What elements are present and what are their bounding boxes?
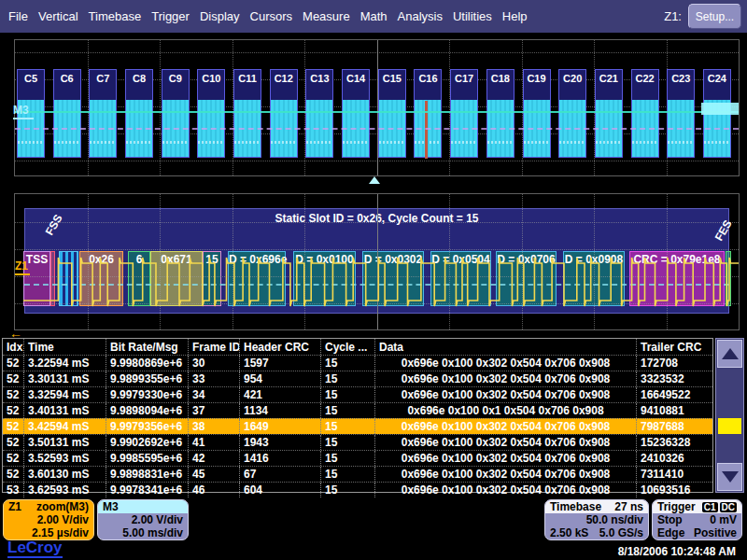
table-row[interactable]: 523.22594 mS9.9980869e+6301597150x696e 0… bbox=[3, 355, 712, 371]
table-header-frame-id: Frame ID bbox=[188, 339, 239, 355]
z1-waveform bbox=[15, 194, 739, 329]
table-row[interactable]: 523.60130 mS9.9898831e+64567150x696e 0x1… bbox=[3, 466, 712, 482]
trigger-source-badge: C1 bbox=[702, 502, 718, 512]
frame-burst-label: C19 bbox=[524, 70, 550, 84]
frame-burst-c14: C14 bbox=[342, 69, 370, 158]
table-cell: 42 bbox=[188, 451, 239, 466]
table-cell: 53 bbox=[3, 483, 23, 497]
table-cell: 3.30131 mS bbox=[23, 371, 106, 386]
table-cell: 421 bbox=[239, 387, 320, 402]
frame-burst-label: C22 bbox=[632, 70, 658, 84]
table-cell: 41 bbox=[188, 435, 239, 450]
trigger-slope: Positive bbox=[694, 526, 737, 539]
table-header-time: Time bbox=[23, 339, 106, 355]
table-row[interactable]: 523.50131 mS9.9902692e+6411943150x696e 0… bbox=[3, 434, 712, 450]
gridline-horizontal bbox=[15, 161, 739, 161]
table-cell: 1134 bbox=[239, 403, 320, 418]
table-cell: 1416 bbox=[239, 451, 320, 466]
table-cell: 3.22594 mS bbox=[23, 356, 106, 371]
frame-burst-label: C9 bbox=[162, 70, 189, 84]
z1-descriptor-box[interactable]: Z1zoom(M3) 2.00 V/div 2.15 µs/div bbox=[3, 499, 94, 540]
menu-item-measure[interactable]: Measure bbox=[303, 9, 350, 23]
frame-burst-c23: C23 bbox=[667, 69, 695, 158]
table-cell: 15 bbox=[320, 387, 374, 402]
menu-item-analysis[interactable]: Analysis bbox=[398, 9, 443, 23]
m3-descriptor-box[interactable]: M3 2.00 V/div 5.00 ms/div bbox=[97, 499, 189, 540]
table-cell: 1649 bbox=[239, 419, 320, 434]
frame-burst-label: C13 bbox=[306, 70, 332, 84]
z1-descriptor-name: Z1 bbox=[8, 500, 21, 513]
z1-tdiv: 2.15 µs/div bbox=[32, 526, 89, 539]
table-row[interactable]: 523.30131 mS9.9899355e+633954150x696e 0x… bbox=[3, 371, 712, 386]
table-cell: 0x696e 0x100 0x1 0x504 0x706 0x908 bbox=[374, 403, 636, 418]
trigger-position-marker[interactable] bbox=[369, 176, 380, 184]
table-cell: 45 bbox=[188, 467, 239, 482]
menubar-right: Z1: Setup... bbox=[664, 0, 741, 33]
datetime-display: 8/18/2006 10:24:48 AM bbox=[558, 545, 736, 558]
frame-burst-c8: C8 bbox=[125, 69, 153, 158]
frame-burst-label: C10 bbox=[198, 70, 224, 84]
menu-item-display[interactable]: Display bbox=[200, 9, 240, 23]
triangle-down-icon bbox=[722, 471, 739, 483]
table-cell: 30 bbox=[188, 356, 239, 371]
z1-descriptor-source: zoom(M3) bbox=[36, 500, 89, 513]
scroll-up-button[interactable] bbox=[717, 340, 742, 368]
menu-item-trigger[interactable]: Trigger bbox=[151, 9, 190, 23]
table-cell: 46 bbox=[188, 483, 239, 497]
frame-burst-c6: C6 bbox=[53, 69, 81, 158]
table-cell: 0x696e 0x100 0x302 0x504 0x706 0x908 bbox=[374, 467, 636, 482]
timebase-samples: 2.50 kS bbox=[550, 526, 588, 539]
table-row[interactable]: 523.42594 mS9.9979356e+6381649150x696e 0… bbox=[3, 418, 712, 434]
table-cell: 9410881 bbox=[636, 403, 712, 418]
table-cell: 9.9980869e+6 bbox=[106, 356, 188, 371]
table-cell: 15 bbox=[320, 356, 374, 371]
table-cell: 37 bbox=[188, 403, 239, 418]
menu-item-vertical[interactable]: Vertical bbox=[38, 9, 78, 23]
table-cell: 9.9898831e+6 bbox=[106, 467, 188, 482]
frame-burst-label: C24 bbox=[704, 70, 730, 84]
table-cell: 15 bbox=[320, 483, 374, 497]
m3-trace-label[interactable]: M3 bbox=[13, 104, 29, 117]
table-cell: 15236328 bbox=[636, 435, 712, 450]
table-cell: 0x696e 0x100 0x302 0x504 0x706 0x908 bbox=[374, 483, 636, 497]
table-cell: 3.62593 mS bbox=[23, 483, 106, 497]
menu-item-timebase[interactable]: Timebase bbox=[89, 9, 142, 23]
frame-burst-label: C5 bbox=[18, 70, 44, 84]
menu-items: FileVerticalTimebaseTriggerDisplayCursor… bbox=[8, 0, 528, 33]
scroll-down-button[interactable] bbox=[717, 463, 742, 491]
table-scrollbar[interactable] bbox=[715, 338, 744, 493]
menu-item-file[interactable]: File bbox=[8, 9, 28, 23]
table-cell: 3.42594 mS bbox=[23, 419, 106, 434]
table-cell: 52 bbox=[3, 435, 23, 450]
table-cell: 9.9899355e+6 bbox=[106, 371, 188, 386]
frame-burst-c17: C17 bbox=[450, 69, 478, 158]
frame-burst-label: C21 bbox=[596, 70, 622, 84]
table-row[interactable]: 523.40131 mS9.9898094e+6371134150x696e 0… bbox=[3, 402, 712, 418]
trigger-time-line bbox=[425, 101, 428, 159]
gridline-horizontal bbox=[15, 52, 739, 53]
table-cell: 1597 bbox=[239, 356, 320, 371]
table-row[interactable]: 523.52593 mS9.9985595e+6421416150x696e 0… bbox=[3, 450, 712, 466]
frame-burst-c21: C21 bbox=[595, 69, 623, 158]
table-row[interactable]: 523.32594 mS9.9979330e+634421150x696e 0x… bbox=[3, 386, 712, 402]
menu-item-help[interactable]: Help bbox=[502, 9, 528, 23]
table-header-bit-rate-msg: Bit Rate/Msg bbox=[106, 339, 188, 355]
setup-button[interactable]: Setup... bbox=[688, 4, 741, 29]
menu-item-utilities[interactable]: Utilities bbox=[453, 9, 492, 23]
frame-burst-c18: C18 bbox=[486, 69, 514, 158]
z1-trace-label[interactable]: Z1 bbox=[15, 259, 28, 273]
table-cell: 52 bbox=[3, 403, 23, 418]
table-header-data: Data bbox=[374, 339, 636, 355]
table-cell: 2410326 bbox=[636, 451, 712, 466]
scrollbar-thumb[interactable] bbox=[718, 418, 741, 434]
menu-item-cursors[interactable]: Cursors bbox=[250, 9, 293, 23]
frame-burst-label: C8 bbox=[126, 70, 152, 84]
trigger-descriptor-box[interactable]: Trigger C1DC Stop0 mV EdgePositive bbox=[652, 499, 742, 540]
trigger-type: Edge bbox=[657, 526, 684, 539]
lecroy-logo: LeCroy bbox=[7, 539, 63, 558]
menu-item-math[interactable]: Math bbox=[360, 9, 388, 23]
table-row[interactable]: 533.62593 mS9.9978341e+646604150x696e 0x… bbox=[3, 482, 712, 497]
table-cell: 7311410 bbox=[636, 467, 712, 482]
frame-burst-c22: C22 bbox=[631, 69, 659, 158]
timebase-descriptor-box[interactable]: Timebase27 ns 50.0 ns/div 2.50 kS5.0 GS/… bbox=[544, 499, 649, 540]
